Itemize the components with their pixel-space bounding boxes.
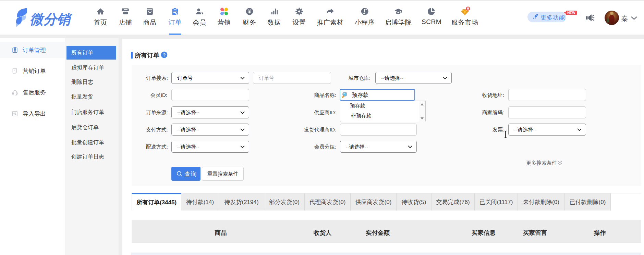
svg-text:H: H bbox=[466, 7, 469, 11]
svg-text:?: ? bbox=[163, 52, 166, 58]
